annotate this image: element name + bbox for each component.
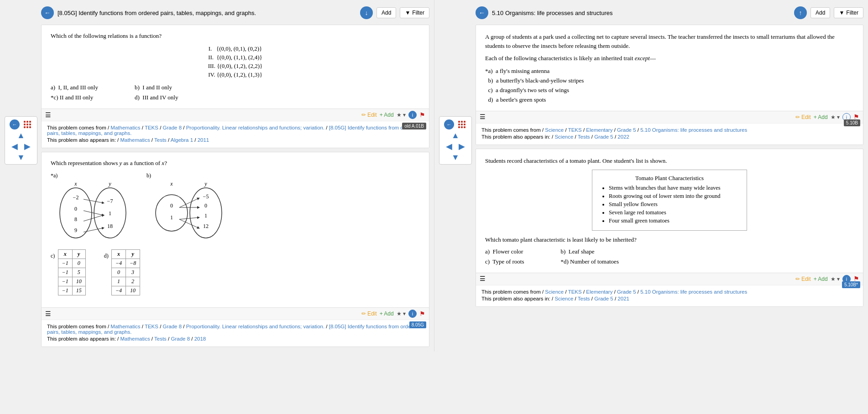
sci-q1-c: c) a dragonfly's two sets of wings bbox=[485, 87, 854, 94]
svg-text:−7: −7 bbox=[107, 198, 113, 204]
svg-text:−5: −5 bbox=[203, 193, 209, 200]
mapping-b: b) x y 0 1 −5 0 1 12 bbox=[146, 172, 229, 245]
sci-q1-subprompt: Each of the following characteristics is… bbox=[485, 54, 854, 63]
svg-text:8: 8 bbox=[74, 216, 77, 223]
svg-text:x: x bbox=[74, 181, 77, 187]
q1-answer-c: *c) II and III only bbox=[51, 94, 98, 101]
q2-badge: 8.05G bbox=[409, 321, 426, 328]
right-panel-title: 5.10 Organisms: life processes and struc… bbox=[492, 10, 790, 16]
q1-footer: This problem comes from / Mathematics / … bbox=[42, 121, 429, 148]
q1-star-button[interactable]: ★ ▾ bbox=[397, 112, 406, 118]
q2-prompt: Which representation shows y as a functi… bbox=[51, 160, 420, 167]
right-nav-grid-icon[interactable] bbox=[457, 119, 467, 129]
sci-q2-b: b) Leaf shape bbox=[561, 248, 619, 255]
right-upload-button[interactable]: ↑ bbox=[794, 6, 807, 19]
q1-info-icon[interactable]: i bbox=[408, 111, 417, 119]
svg-text:0: 0 bbox=[74, 206, 77, 212]
sci-q1-prompt: A group of students at a park used a col… bbox=[485, 32, 854, 50]
nav-left-arrow[interactable]: ◀ bbox=[11, 141, 18, 151]
sci-q1-a: *a) a fly's missing antenna bbox=[485, 67, 854, 75]
sci-q1-d: d) a beetle's green spots bbox=[485, 96, 854, 104]
svg-line-27 bbox=[179, 217, 199, 219]
sci-q1-b: b) a butterfly's black-and-yellow stripe… bbox=[485, 77, 854, 84]
sci-q2-prompt: Students record characteristics of a tom… bbox=[485, 156, 854, 166]
nav-down-arrow[interactable]: ▼ bbox=[17, 153, 25, 161]
sci-q2-edit-button[interactable]: ✏ Edit bbox=[795, 276, 811, 282]
right-nav-right-arrow[interactable]: ▶ bbox=[459, 141, 465, 151]
left-download-button[interactable]: ↓ bbox=[360, 6, 373, 19]
right-filter-button[interactable]: ▼ Filter bbox=[834, 7, 863, 18]
left-back-button[interactable]: ← bbox=[41, 6, 54, 19]
q1-roman-list: I. {(0,0), (0,1), (0,2)} II. {(0,0), (1,… bbox=[51, 45, 420, 78]
svg-text:9: 9 bbox=[74, 227, 77, 233]
q2-star-button[interactable]: ★ ▾ bbox=[397, 310, 406, 317]
sci-q1-toolbar: ☰ ✏ Edit + Add ★ ▾ i ⚑ bbox=[476, 111, 863, 123]
sci-q2-d: *d) Number of tomatoes bbox=[561, 258, 619, 265]
q1-answer-a: a) I, II, and III only bbox=[51, 84, 98, 91]
mapping-a: *a) x y −2 0 8 bbox=[51, 172, 133, 245]
nav-back-button[interactable]: ← bbox=[10, 119, 20, 129]
q2-add-button[interactable]: + Add bbox=[380, 310, 394, 317]
sci-q2-add-button[interactable]: + Add bbox=[814, 276, 828, 282]
right-nav-back-button[interactable]: ← bbox=[444, 119, 454, 129]
sci-q1-add-button[interactable]: + Add bbox=[814, 114, 828, 120]
char-box: Tomato Plant Characteristics Stems with … bbox=[592, 170, 747, 231]
q1-flag-icon[interactable]: ⚑ bbox=[419, 111, 425, 119]
right-add-button[interactable]: Add bbox=[810, 7, 830, 18]
question-card-2: Which representation shows y as a functi… bbox=[41, 152, 429, 347]
right-nav-up-arrow[interactable]: ▲ bbox=[451, 131, 460, 140]
q1-add-button[interactable]: + Add bbox=[380, 112, 394, 118]
svg-text:y: y bbox=[108, 181, 111, 187]
sci-q1-star-button[interactable]: ★ ▾ bbox=[831, 114, 840, 120]
table-c: c) xy −10 −15 −110 −115 bbox=[51, 249, 86, 295]
right-filter-icon: ▼ bbox=[839, 10, 844, 16]
sci-q1-footer: This problem comes from / Science / TEKS… bbox=[476, 123, 863, 145]
svg-line-11 bbox=[84, 199, 103, 203]
filter-icon: ▼ bbox=[405, 10, 410, 16]
sci-q2-footer: This problem comes from / Science / TEKS… bbox=[476, 285, 863, 306]
question-card-1: Which of the following relations is a fu… bbox=[41, 25, 429, 148]
q1-prompt: Which of the following relations is a fu… bbox=[51, 32, 420, 40]
nav-up-arrow[interactable]: ▲ bbox=[17, 131, 25, 140]
q1-badge: old A.01B bbox=[402, 123, 426, 129]
right-nav-left-arrow[interactable]: ◀ bbox=[446, 141, 452, 151]
nav-grid-icon[interactable] bbox=[22, 119, 32, 129]
sci-q1-badge: 5.10B bbox=[844, 119, 860, 126]
svg-text:1: 1 bbox=[204, 212, 207, 219]
q2-toolbar: ☰ ✏ Edit + Add ★ ▾ i ⚑ bbox=[42, 307, 429, 320]
svg-text:0: 0 bbox=[204, 202, 207, 209]
right-back-button[interactable]: ← bbox=[476, 6, 488, 19]
q2-toolbar-list-icon: ☰ bbox=[45, 310, 51, 318]
sci-q1-list-icon: ☰ bbox=[480, 113, 486, 121]
sci-q2-subprompt: Which tomato plant characteristic is lea… bbox=[485, 235, 854, 244]
svg-line-13 bbox=[84, 215, 103, 221]
left-filter-button[interactable]: ▼ Filter bbox=[400, 7, 429, 18]
q1-answer-d: d) III and IV only bbox=[135, 94, 178, 101]
svg-text:0: 0 bbox=[170, 202, 173, 209]
sci-q2-a: a) Flower color bbox=[485, 248, 524, 255]
svg-text:x: x bbox=[170, 181, 173, 187]
q1-edit-button[interactable]: ✏ Edit bbox=[361, 112, 377, 118]
science-q1-card: A group of students at a park used a col… bbox=[476, 25, 863, 145]
right-nav-down-arrow[interactable]: ▼ bbox=[451, 153, 460, 161]
q2-edit-button[interactable]: ✏ Edit bbox=[361, 310, 377, 317]
q1-toolbar: ☰ ✏ Edit + Add ★ ▾ i ⚑ bbox=[42, 109, 429, 121]
q2-footer: This problem comes from / Mathematics / … bbox=[42, 320, 429, 347]
left-add-button[interactable]: Add bbox=[376, 7, 396, 18]
sci-q1-edit-button[interactable]: ✏ Edit bbox=[795, 114, 811, 120]
sci-q2-c: c) Type of roots bbox=[485, 258, 524, 265]
sci-q2-toolbar: ☰ ✏ Edit + Add ★ ▾ i ⚑ bbox=[476, 273, 863, 285]
left-panel-title: [8.05G] Identify functions from ordered … bbox=[58, 10, 356, 16]
svg-text:12: 12 bbox=[203, 223, 209, 229]
svg-point-15 bbox=[156, 195, 188, 231]
mapping-a-svg: x y −2 0 8 9 −7 1 18 bbox=[51, 181, 133, 245]
q2-info-icon[interactable]: i bbox=[408, 310, 417, 318]
nav-right-arrow[interactable]: ▶ bbox=[24, 141, 31, 151]
q1-toolbar-list-icon: ☰ bbox=[45, 111, 51, 119]
svg-text:1: 1 bbox=[170, 214, 173, 221]
science-q2-card: Students record characteristics of a tom… bbox=[476, 149, 863, 307]
q2-flag-icon[interactable]: ⚑ bbox=[419, 310, 425, 318]
sci-q2-star-button[interactable]: ★ ▾ bbox=[831, 276, 840, 282]
sci-q2-badge: 5.10B* bbox=[842, 281, 860, 288]
svg-text:1: 1 bbox=[109, 210, 111, 217]
